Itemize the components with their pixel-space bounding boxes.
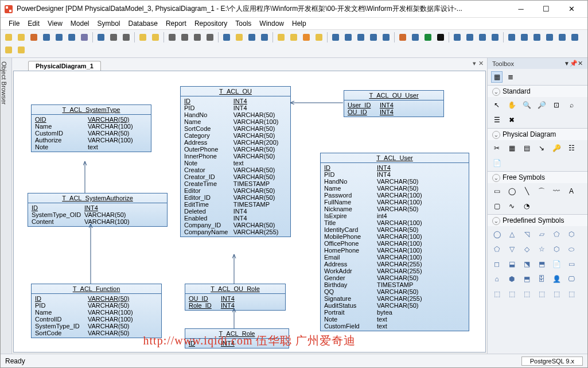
toolbar-button-25[interactable] [342, 32, 354, 43]
properties-icon[interactable]: ☰ [491, 114, 503, 126]
toolbar-button-39[interactable] [531, 32, 543, 43]
toolbar-button-7[interactable] [95, 32, 107, 43]
text-icon[interactable]: A [566, 185, 577, 197]
predef-symbol-10[interactable]: ⬡ [551, 243, 562, 255]
toolbar-button-36[interactable] [489, 32, 501, 43]
toolbar-button-42[interactable] [569, 32, 581, 43]
toolbar-button-32[interactable] [435, 32, 446, 43]
toolbar-button-5[interactable] [66, 32, 77, 43]
menu-symbol[interactable]: Symbol [94, 18, 124, 29]
entity-T_ACL_Function[interactable]: T_ACL_FunctionIDVARCHAR(50)PIDVARCHAR(50… [31, 284, 162, 338]
zoom-fit-icon[interactable]: ⊡ [551, 99, 562, 111]
cut-icon[interactable]: ✂ [491, 142, 503, 154]
toolbar-button-38[interactable] [519, 32, 530, 43]
polyline2-icon[interactable]: ∿ [506, 200, 517, 212]
predef-symbol-15[interactable]: ⬒ [536, 258, 547, 270]
minimize-button[interactable]: ─ [508, 1, 534, 17]
predef-symbol-23[interactable]: 🖵 [566, 273, 577, 285]
key-tool-icon[interactable]: 🔑 [551, 142, 562, 154]
predef-symbol-17[interactable]: ▭ [566, 258, 577, 270]
toolbox-dropdown-icon[interactable]: ▼ [564, 60, 570, 67]
sector-icon[interactable]: ◔ [521, 200, 532, 212]
toolbar-button-41[interactable] [556, 32, 568, 43]
toolbar-button-4[interactable] [53, 32, 65, 43]
toolbar-button-16[interactable] [221, 32, 232, 43]
predef-symbol-24[interactable]: ⬚ [491, 288, 503, 300]
entity-T_ACL_SystemType[interactable]: T_ACL_SystemTypeOIDVARCHAR(50)NameVARCHA… [31, 104, 151, 152]
predef-symbol-11[interactable]: ⬭ [566, 243, 577, 255]
toolbar-button-13[interactable] [179, 32, 190, 43]
entity-T_ACL_OU[interactable]: T_ACL_OUIDINT4PIDINT4HandNoVARCHAR(50)Na… [180, 86, 291, 237]
toolbar-button-21[interactable] [288, 32, 299, 43]
toolbar-button-40[interactable] [544, 32, 555, 43]
predef-symbol-13[interactable]: ⬓ [506, 258, 517, 270]
toolbar-button-27[interactable] [368, 32, 379, 43]
tab-close-icon[interactable]: ✕ [478, 60, 484, 67]
predef-symbol-3[interactable]: ▱ [536, 228, 547, 240]
toolbar-button-1[interactable] [15, 32, 27, 43]
toolbar-button-18[interactable] [246, 32, 258, 43]
section-free-symbols[interactable]: Free Symbols [488, 172, 587, 183]
toolbar-button-23[interactable] [313, 32, 325, 43]
tab-physical-diagram[interactable]: PhysicalDiagram_1 [28, 61, 101, 71]
predef-symbol-5[interactable]: ⬡ [566, 228, 577, 240]
close-button[interactable]: ✕ [559, 1, 584, 17]
toolbar-button-44[interactable] [15, 44, 27, 56]
predef-symbol-29[interactable]: ⬚ [566, 288, 577, 300]
hand-tool-icon[interactable]: ✋ [506, 99, 517, 111]
predef-symbol-22[interactable]: 👤 [551, 273, 562, 285]
ellipse-icon[interactable]: ◯ [506, 185, 517, 197]
predef-symbol-12[interactable]: ◻ [491, 258, 503, 270]
toolbar-button-28[interactable] [380, 32, 392, 43]
toolbar-button-10[interactable] [137, 32, 149, 43]
toolbox-close-icon[interactable]: ✕ [578, 60, 583, 67]
view-tool-icon[interactable]: ▤ [521, 142, 532, 154]
predef-symbol-8[interactable]: ◇ [521, 243, 532, 255]
toolbar-button-35[interactable] [477, 32, 488, 43]
toolbar-button-6[interactable] [79, 32, 90, 43]
toolbar-button-12[interactable] [166, 32, 178, 43]
menu-window[interactable]: Window [255, 18, 288, 29]
reference-tool-icon[interactable]: ↘ [536, 142, 547, 154]
maximize-button[interactable]: ☐ [534, 1, 559, 17]
predef-symbol-25[interactable]: ⬚ [506, 288, 517, 300]
toolbar-button-14[interactable] [192, 32, 203, 43]
entity-T_ACL_User[interactable]: T_ACL_UserIDINT4PIDINT4HandNoVARCHAR(50)… [320, 153, 469, 331]
toolbar-button-33[interactable] [451, 32, 463, 43]
toolbar-button-30[interactable] [410, 32, 421, 43]
predef-symbol-2[interactable]: ◹ [521, 228, 532, 240]
menu-model[interactable]: Model [67, 18, 94, 29]
menu-edit[interactable]: Edit [24, 18, 44, 29]
toolbar-button-34[interactable] [464, 32, 476, 43]
rounded-rect-icon[interactable]: ▢ [491, 200, 503, 212]
toolbar-button-20[interactable] [275, 32, 287, 43]
section-standard[interactable]: Standard [488, 86, 587, 97]
menu-view[interactable]: View [44, 18, 67, 29]
toolbar-button-37[interactable] [506, 32, 517, 43]
toolbar-button-2[interactable] [28, 32, 40, 43]
list-view-icon[interactable]: ≣ [505, 71, 516, 83]
predef-symbol-16[interactable]: 📄 [551, 258, 562, 270]
predef-symbol-27[interactable]: ⬚ [536, 288, 547, 300]
entity-T_ACL_OU_User[interactable]: T_ACL_OU_UserUser_IDINT4OU_IDINT4 [344, 90, 444, 117]
toolbox-pin-icon[interactable]: 📌 [570, 60, 578, 67]
section-predefined-symbols[interactable]: Predefined Symbols [488, 215, 587, 226]
menu-database[interactable]: Database [124, 18, 162, 29]
predef-symbol-21[interactable]: 🗄 [536, 273, 547, 285]
toolbar-button-8[interactable] [108, 32, 119, 43]
zoom-region-icon[interactable]: ⌕ [566, 99, 577, 111]
entity-T_ACL_Role[interactable]: T_ACL_RoleIDINT4 [185, 328, 289, 348]
predef-symbol-26[interactable]: ⬚ [521, 288, 532, 300]
predef-symbol-9[interactable]: ☆ [536, 243, 547, 255]
database-indicator[interactable]: PostgreSQL 9.x [521, 357, 583, 366]
predef-symbol-14[interactable]: ⬔ [521, 258, 532, 270]
predef-symbol-20[interactable]: ⬒ [521, 273, 532, 285]
toolbar-button-22[interactable] [301, 32, 312, 43]
toolbar-button-17[interactable] [233, 32, 245, 43]
toolbar-button-26[interactable] [355, 32, 367, 43]
table-tool-icon[interactable]: ▦ [506, 142, 517, 154]
index-tool-icon[interactable]: ☷ [566, 142, 577, 154]
toolbar-button-11[interactable] [150, 32, 161, 43]
toolbar-button-0[interactable] [3, 32, 14, 43]
predef-symbol-0[interactable]: ◯ [491, 228, 503, 240]
